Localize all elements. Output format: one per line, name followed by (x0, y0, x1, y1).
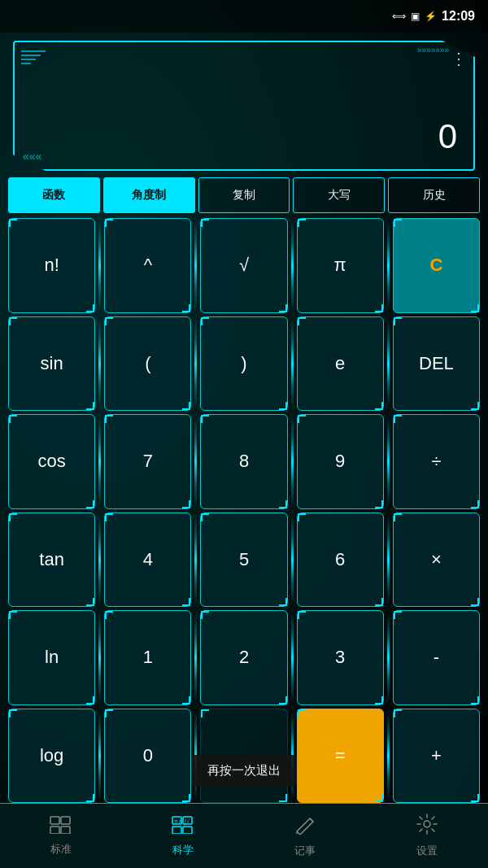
btn-pi[interactable]: π (297, 218, 384, 313)
connectivity-icon: ⟺ (392, 11, 406, 22)
nav-item-settings[interactable]: 设置 (366, 807, 488, 865)
calc-grid: n! ^ √ π C sin ( (0, 218, 488, 803)
btn-divide[interactable]: ÷ (393, 414, 480, 509)
btn-sin[interactable]: sin (8, 316, 95, 412)
sep (291, 320, 294, 408)
bottom-nav: 标准 π∧ ∫√ 科学 (0, 803, 488, 868)
nav-label-science: 科学 (172, 843, 194, 857)
nav-item-science[interactable]: π∧ ∫√ 科学 (122, 808, 244, 864)
sep (98, 712, 101, 800)
btn-6[interactable]: 6 (297, 513, 384, 608)
app-container: ⟺ ▣ ⚡ 12:09 0 ⋮ 函数 角度制 复制 大写 历史 (0, 0, 488, 868)
toolbar-copy-button[interactable]: 复制 (198, 177, 290, 213)
svg-rect-8 (172, 827, 181, 834)
btn-tan[interactable]: tan (8, 513, 95, 608)
sep (291, 613, 294, 702)
svg-rect-2 (50, 827, 59, 834)
calc-row-5: ln 1 2 3 - (8, 610, 480, 705)
btn-equals[interactable]: = (297, 709, 384, 804)
calc-row-2: sin ( ) e DEL (8, 316, 480, 412)
btn-ln[interactable]: ln (8, 610, 95, 705)
nav-label-standard: 标准 (50, 842, 72, 857)
menu-dots-button[interactable]: ⋮ (451, 49, 467, 68)
calc-row-1: n! ^ √ π C (8, 218, 480, 313)
sim-icon: ▣ (411, 11, 420, 22)
btn-1[interactable]: 1 (104, 610, 191, 705)
standard-icon (50, 816, 72, 839)
calc-row-3: cos 7 8 9 ÷ (8, 414, 480, 509)
svg-rect-1 (61, 817, 70, 824)
sep (194, 613, 197, 702)
btn-clear[interactable]: C (393, 218, 480, 313)
sep (387, 417, 390, 506)
btn-4[interactable]: 4 (104, 513, 191, 608)
svg-rect-3 (61, 827, 70, 834)
battery-icon: ⚡ (425, 11, 437, 22)
nav-label-notes: 记事 (294, 844, 316, 858)
btn-add[interactable]: + (393, 709, 480, 804)
btn-factorial[interactable]: n! (8, 218, 95, 313)
display-value: 0 (438, 117, 457, 156)
sep (387, 221, 390, 310)
toolbar: 函数 角度制 复制 大写 历史 (8, 177, 480, 213)
btn-5[interactable]: 5 (200, 513, 287, 608)
sep (194, 516, 197, 604)
btn-cos[interactable]: cos (8, 414, 95, 509)
btn-8[interactable]: 8 (200, 414, 287, 509)
toolbar-uppercase-button[interactable]: 大写 (293, 177, 385, 213)
settings-icon (416, 813, 438, 840)
sep (291, 221, 294, 310)
sep (98, 221, 101, 310)
toast-message: 再按一次退出 (191, 755, 297, 787)
btn-sqrt[interactable]: √ (200, 218, 287, 313)
toolbar-functions-button[interactable]: 函数 (8, 177, 100, 213)
nav-item-notes[interactable]: 记事 (244, 807, 366, 865)
svg-rect-0 (50, 817, 59, 824)
btn-multiply[interactable]: × (393, 513, 480, 608)
nav-item-standard[interactable]: 标准 (0, 809, 122, 863)
sep (194, 320, 197, 408)
btn-7[interactable]: 7 (104, 414, 191, 509)
btn-del[interactable]: DEL (393, 316, 480, 412)
sep (387, 613, 390, 702)
status-time: 12:09 (442, 9, 475, 24)
sep (291, 516, 294, 604)
calc-row-4: tan 4 5 6 × (8, 513, 480, 608)
btn-0[interactable]: 0 (104, 709, 191, 804)
sep (98, 320, 101, 408)
svg-rect-9 (183, 827, 192, 834)
sep (194, 417, 197, 506)
btn-subtract[interactable]: - (393, 610, 480, 705)
svg-text:π∧: π∧ (174, 818, 182, 824)
sep (387, 712, 390, 800)
btn-2[interactable]: 2 (200, 610, 287, 705)
btn-9[interactable]: 9 (297, 414, 384, 509)
toolbar-angle-button[interactable]: 角度制 (103, 177, 195, 213)
toolbar-history-button[interactable]: 历史 (388, 177, 480, 213)
sep (387, 320, 390, 408)
btn-log[interactable]: log (8, 709, 95, 804)
science-icon: π∧ ∫√ (172, 814, 194, 840)
svg-text:∫√: ∫√ (184, 818, 190, 825)
nav-label-settings: 设置 (416, 844, 438, 858)
sep (98, 417, 101, 506)
sep (291, 417, 294, 506)
status-icons: ⟺ ▣ ⚡ 12:09 (392, 9, 475, 24)
btn-close-paren[interactable]: ) (200, 316, 287, 412)
display-left-marks (21, 50, 46, 64)
btn-power[interactable]: ^ (104, 218, 191, 313)
svg-point-10 (424, 821, 430, 827)
status-bar: ⟺ ▣ ⚡ 12:09 (0, 0, 488, 33)
sep (194, 221, 197, 310)
sep (98, 613, 101, 702)
notes-icon (294, 813, 316, 840)
btn-euler[interactable]: e (297, 316, 384, 412)
btn-3[interactable]: 3 (297, 610, 384, 705)
btn-open-paren[interactable]: ( (104, 316, 191, 412)
sep (387, 516, 390, 604)
display-area: 0 ⋮ (13, 41, 475, 171)
sep (98, 516, 101, 604)
